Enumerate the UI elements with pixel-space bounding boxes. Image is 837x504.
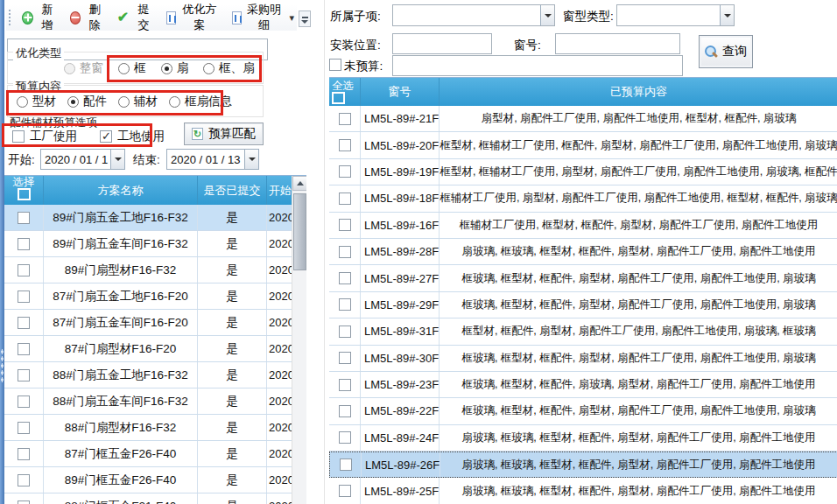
sub-item-select[interactable] <box>392 4 555 26</box>
install-position-input[interactable] <box>392 33 492 54</box>
plan-row[interactable]: 88#门扇五金工地F16-F32 是 2020/0 <box>4 362 292 388</box>
radio-option[interactable]: 框、扇 <box>203 60 255 76</box>
window-type-select[interactable] <box>616 4 735 26</box>
row-checkbox[interactable] <box>339 352 351 364</box>
plan-table-scrollbar[interactable] <box>292 176 306 504</box>
row-checkbox[interactable] <box>339 246 351 258</box>
start-date: 2020/0 <box>267 231 292 256</box>
row-checkbox[interactable] <box>340 458 352 471</box>
radio-option[interactable]: 配件 <box>67 94 107 109</box>
chevron-down-icon[interactable] <box>720 5 734 25</box>
radio-icon <box>17 96 28 108</box>
plan-row[interactable]: 88#门框五金F21-F40 是 2020/0 <box>4 494 292 504</box>
row-checkbox[interactable] <box>18 317 30 329</box>
submitted-column-header[interactable]: 是否已提交 <box>198 176 267 205</box>
budget-row[interactable]: LM5L-89#-21F19 扇型材, 扇配件工厂使用, 扇配件工地使用, 框型… <box>329 106 837 132</box>
row-checkbox[interactable] <box>18 238 30 250</box>
row-checkbox[interactable] <box>18 369 30 382</box>
toolbar-button[interactable]: 采购明细 <box>229 0 297 35</box>
toolbar-button[interactable]: 优化方案 <box>164 0 222 35</box>
plan-row[interactable]: 89#门扇型材F16-F32 是 2020/0 <box>4 257 292 284</box>
no-budget-input[interactable] <box>392 55 683 76</box>
scroll-up-icon[interactable] <box>292 176 306 191</box>
budget-row[interactable]: LM5L-89#-29F27 框玻璃, 框型材, 框配件, 扇型材, 扇配件工厂… <box>329 292 837 318</box>
plan-row[interactable]: 87#门框五金F26-F40 是 2020/0 <box>4 441 292 467</box>
row-checkbox[interactable] <box>18 264 30 276</box>
budget-row[interactable]: LM5L-89#-28F26 扇玻璃, 框玻璃, 框型材, 框配件, 扇型材, … <box>329 239 837 265</box>
row-checkbox[interactable] <box>18 343 30 355</box>
budget-row[interactable]: LM5L-89#-16F15 框辅材工厂使用, 框型材, 框配件, 扇型材, 扇… <box>329 213 837 239</box>
budget-row[interactable]: LM5L-89#-24F22 扇玻璃, 框玻璃, 框型材, 框配件, 扇型材, … <box>329 425 837 452</box>
checkbox-option[interactable]: 工地使用 <box>100 129 165 144</box>
checkbox-option[interactable]: 工厂使用 <box>12 129 77 144</box>
row-checkbox[interactable] <box>18 474 30 486</box>
budget-row[interactable]: LM5L-89#-27F25 框玻璃, 框型材, 框配件, 扇型材, 扇配件工厂… <box>329 265 837 291</box>
app-window: 新增 删除 提交 优化方案 采购 <box>0 0 837 504</box>
budget-row[interactable]: LM5L-89#-23F21 框玻璃, 框型材, 框配件, 扇玻璃, 扇型材, … <box>329 372 837 398</box>
budget-content-column-header[interactable]: 已预算内容 <box>440 78 837 106</box>
toolbar-button[interactable]: 删除 <box>67 0 107 35</box>
chevron-down-icon[interactable] <box>540 5 554 25</box>
submitted-flag: 是 <box>198 205 267 230</box>
radio-option[interactable]: 型材 <box>17 94 56 109</box>
row-checkbox[interactable] <box>339 298 351 311</box>
window-no-column-header[interactable]: 窗号 <box>361 78 440 106</box>
plan-row[interactable]: 87#门扇型材F16-F20 是 2020/0 <box>4 336 292 362</box>
toolbar-overflow-icon[interactable] <box>299 10 311 27</box>
end-date-picker[interactable]: 2020 / 01 / 13 <box>166 149 259 170</box>
radio-option[interactable]: 整窗 <box>64 60 103 76</box>
row-checkbox[interactable] <box>339 219 351 231</box>
row-checkbox[interactable] <box>18 500 30 504</box>
select-all-checkbox[interactable] <box>332 92 345 104</box>
budgeted-content: 扇玻璃, 框玻璃, 框型材, 框配件, 扇型材, 扇配件工厂使用, 扇配件工地使… <box>440 425 837 451</box>
plan-row[interactable]: 87#门扇五金工地F16-F20 是 2020/0 <box>4 284 292 310</box>
row-checkbox[interactable] <box>339 165 351 178</box>
no-budget-checkbox[interactable] <box>329 59 341 71</box>
plan-row[interactable]: 89#门扇五金车间F16-F32 是 2020/0 <box>4 231 292 257</box>
plan-row[interactable]: 89#门框五金F26-F40 是 2020/0 <box>4 467 292 494</box>
start-column-header[interactable]: 开始 <box>267 176 292 205</box>
radio-option[interactable]: 框 <box>118 60 146 76</box>
row-checkbox[interactable] <box>339 192 351 205</box>
window-no-input[interactable] <box>555 33 680 54</box>
start-date-picker[interactable]: 2020 / 01 / 1 <box>40 149 125 170</box>
toolbar-button[interactable]: 新增 <box>19 0 59 35</box>
end-date-value: 2020 / 01 / 13 <box>167 153 244 166</box>
query-button[interactable]: 查询 <box>699 35 753 68</box>
row-checkbox[interactable] <box>339 113 351 125</box>
row-checkbox[interactable] <box>339 485 351 497</box>
plan-row[interactable]: 87#门扇五金车间F16-F20 是 2020/0 <box>4 310 292 336</box>
row-checkbox[interactable] <box>339 139 351 151</box>
budget-row[interactable]: LM5L-89#-22F20 框玻璃, 框型材, 框配件, 扇型材, 扇配件工厂… <box>329 398 837 424</box>
toolbar-button[interactable]: 提交 <box>115 0 156 35</box>
budget-row[interactable]: LM5L-89#-31F29 框型材, 框配件, 扇型材, 扇配件工厂使用, 扇… <box>329 318 837 345</box>
budget-match-button[interactable]: 预算匹配 <box>184 122 264 145</box>
plan-row[interactable]: 88#门扇型材F16-F32 是 2020/0 <box>4 415 292 441</box>
chevron-down-icon[interactable] <box>110 150 124 169</box>
budget-row[interactable]: LM5L-89#-18F16 框辅材工厂使用, 扇型材, 扇配件工厂使用, 扇配… <box>329 186 837 212</box>
plan-name-column-header[interactable]: 方案名称 <box>44 176 198 205</box>
select-all-checkbox[interactable] <box>18 188 31 200</box>
budget-row[interactable]: LM5L-89#-26F24 扇玻璃, 框玻璃, 框型材, 框配件, 扇型材, … <box>329 452 837 478</box>
row-checkbox[interactable] <box>18 448 30 460</box>
row-checkbox[interactable] <box>339 272 351 284</box>
budget-row[interactable]: LM5L-89#-19F17 框型材, 框辅材工厂使用, 扇型材, 扇配件工厂使… <box>329 159 837 186</box>
row-checkbox[interactable] <box>18 422 30 434</box>
radio-option[interactable]: 扇 <box>161 60 189 76</box>
budget-row[interactable]: LM5L-89#-30F28 框玻璃, 框型材, 框配件, 扇型材, 扇配件工厂… <box>329 346 837 372</box>
row-checkbox[interactable] <box>339 405 351 417</box>
row-checkbox[interactable] <box>18 290 30 303</box>
scrollbar-thumb[interactable] <box>293 193 306 270</box>
budget-row[interactable]: LM5L-89#-25F23 扇玻璃, 框玻璃, 框型材, 框配件, 扇型材, … <box>329 478 837 504</box>
row-checkbox[interactable] <box>339 431 351 444</box>
row-checkbox[interactable] <box>18 212 30 224</box>
row-checkbox[interactable] <box>339 326 351 338</box>
plan-row[interactable]: 89#门扇五金工地F16-F32 是 2020/0 <box>4 205 292 231</box>
plan-row[interactable]: 88#门扇五金车间F16-F32 是 2020/0 <box>4 388 292 415</box>
row-checkbox[interactable] <box>339 379 351 391</box>
radio-option[interactable]: 框扇信息 <box>169 94 232 109</box>
budget-row[interactable]: LM5L-89#-20F18 框型材, 框辅材工厂使用, 框配件, 扇型材, 扇… <box>329 132 837 158</box>
chevron-down-icon[interactable] <box>244 150 258 169</box>
radio-option[interactable]: 辅材 <box>118 94 158 109</box>
row-checkbox[interactable] <box>18 396 30 408</box>
